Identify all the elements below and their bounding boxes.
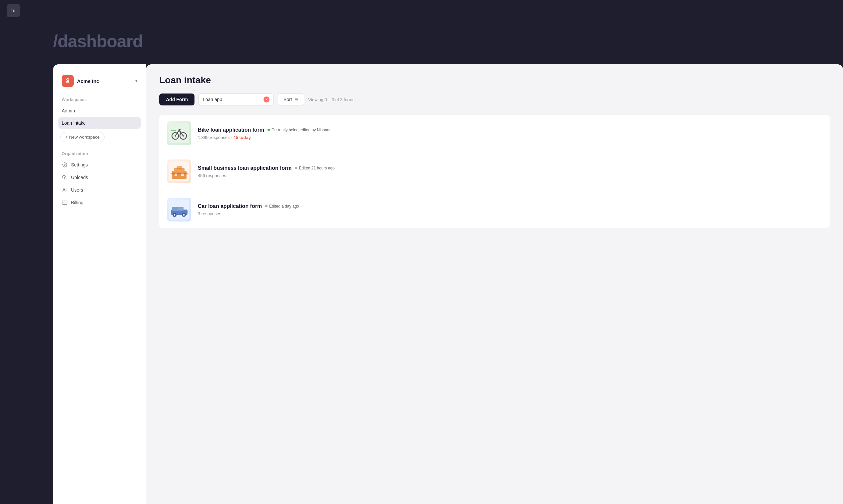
- status-dot: [268, 129, 270, 131]
- svg-rect-10: [171, 130, 176, 131]
- sidebar: Acme Inc ▾ Workspaces Admin⋯Loan intake⋯…: [53, 64, 146, 504]
- svg-point-23: [174, 214, 176, 216]
- add-form-label: Add Form: [166, 97, 188, 102]
- new-workspace-label: + New workspace: [65, 134, 100, 140]
- form-title: Small business loan application form: [198, 165, 292, 171]
- response-count: 456 responses: [198, 173, 226, 178]
- sort-button[interactable]: Sort ☰: [278, 93, 304, 105]
- svg-point-24: [183, 214, 185, 216]
- svg-rect-25: [177, 208, 184, 210]
- workspaces-section-label: Workspaces: [58, 97, 141, 102]
- billing-icon: [62, 200, 68, 205]
- dashboard-heading: /dashboard: [0, 21, 843, 64]
- form-item-bike-loan[interactable]: Bike loan application form Currently bei…: [159, 115, 830, 152]
- form-status: Currently being edited by Nishant: [268, 128, 330, 132]
- form-status: Edited a day ago: [265, 204, 299, 209]
- org-avatar: [62, 75, 74, 87]
- workspace-menu-icon[interactable]: ⋯: [132, 120, 137, 126]
- svg-rect-9: [178, 129, 180, 130]
- page-title: Loan intake: [159, 75, 830, 86]
- users-icon: [62, 187, 68, 193]
- status-label: Currently being edited by Nishant: [272, 128, 330, 132]
- form-item-car-loan[interactable]: Car loan application form Edited a day a…: [159, 191, 830, 228]
- form-status: Edited 21 hours ago: [295, 166, 334, 170]
- org-section-label: Organization: [58, 151, 141, 156]
- add-form-button[interactable]: Add Form: [159, 93, 194, 105]
- svg-rect-2: [63, 201, 67, 204]
- response-count: 3 responses: [198, 211, 221, 216]
- response-count: 1,399 responses ·: [198, 135, 233, 140]
- org-name: Acme Inc: [77, 78, 132, 84]
- app-icon[interactable]: fc: [7, 4, 20, 17]
- svg-rect-17: [171, 174, 188, 175]
- nav-label: Uploads: [71, 175, 88, 180]
- settings-icon: [62, 162, 68, 168]
- form-thumbnail: [167, 121, 191, 145]
- status-dot: [295, 167, 297, 169]
- nav-item-users[interactable]: Users: [58, 184, 141, 196]
- form-title: Car loan application form: [198, 203, 262, 209]
- nav-label: Settings: [71, 162, 88, 167]
- search-clear-button[interactable]: ✕: [263, 96, 270, 103]
- sort-icon: ☰: [295, 97, 299, 102]
- sort-label: Sort: [283, 97, 292, 102]
- form-meta: 1,399 responses · 45 today: [198, 135, 822, 140]
- nav-label: Users: [71, 187, 83, 193]
- status-dot: [265, 205, 268, 207]
- svg-rect-14: [176, 166, 182, 169]
- nav-item-uploads[interactable]: Uploads: [58, 172, 141, 183]
- form-info: Bike loan application form Currently bei…: [198, 127, 822, 140]
- form-thumbnail: [167, 198, 191, 221]
- nav-list: Settings Uploads Users Billing: [58, 159, 141, 209]
- form-info: Car loan application form Edited a day a…: [198, 203, 822, 216]
- toolbar: Add Form ✕ Sort ☰ Viewing 0 – 3 of 3 for…: [159, 93, 830, 105]
- org-chevron-icon: ▾: [135, 78, 137, 83]
- workspace-list: Admin⋯Loan intake⋯: [58, 105, 141, 129]
- app-icon-label: fc: [11, 8, 15, 13]
- new-workspace-button[interactable]: + New workspace: [61, 132, 105, 142]
- form-meta: 3 responses: [198, 211, 822, 216]
- form-title-row: Car loan application form Edited a day a…: [198, 203, 822, 209]
- sidebar-item-admin[interactable]: Admin⋯: [58, 105, 141, 116]
- content-area: Loan intake Add Form ✕ Sort ☰ Viewing 0 …: [146, 64, 843, 504]
- status-label: Edited a day ago: [269, 204, 299, 209]
- sidebar-item-loan-intake[interactable]: Loan intake⋯: [58, 117, 141, 129]
- nav-label: Billing: [71, 200, 83, 205]
- workspace-label: Admin: [62, 108, 75, 113]
- search-container: ✕: [199, 93, 274, 105]
- form-item-small-business-loan[interactable]: Small business loan application form Edi…: [159, 153, 830, 190]
- svg-point-1: [63, 188, 65, 190]
- workspace-label: Loan intake: [62, 120, 86, 126]
- svg-rect-4: [169, 123, 189, 143]
- nav-item-billing[interactable]: Billing: [58, 197, 141, 209]
- viewing-text: Viewing 0 – 3 of 3 forms: [308, 97, 355, 102]
- form-title: Bike loan application form: [198, 127, 264, 133]
- form-title-row: Small business loan application form Edi…: [198, 165, 822, 171]
- search-input[interactable]: [203, 97, 261, 102]
- status-label: Edited 21 hours ago: [299, 166, 334, 170]
- form-title-row: Bike loan application form Currently bei…: [198, 127, 822, 133]
- nav-item-settings[interactable]: Settings: [58, 159, 141, 171]
- org-selector[interactable]: Acme Inc ▾: [58, 72, 141, 90]
- uploads-icon: [62, 175, 68, 180]
- form-info: Small business loan application form Edi…: [198, 165, 822, 178]
- form-thumbnail: [167, 160, 191, 183]
- today-count: 45 today: [233, 135, 251, 140]
- forms-list: Bike loan application form Currently bei…: [159, 115, 830, 228]
- form-meta: 456 responses: [198, 173, 822, 178]
